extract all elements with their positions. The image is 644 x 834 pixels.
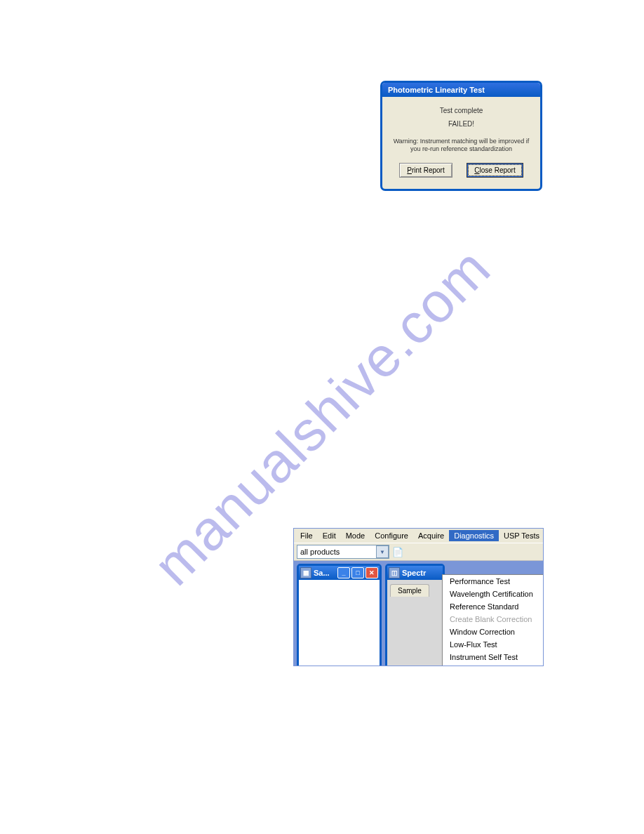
menu-item-low-flux-test[interactable]: Low-Flux Test — [443, 638, 544, 651]
menu-mode[interactable]: Mode — [341, 530, 370, 541]
child-titlebar[interactable]: ◫ Spectr — [387, 566, 443, 580]
menu-bar: File Edit Mode Configure Acquire Diagnos… — [294, 529, 543, 543]
menu-configure[interactable]: Configure — [370, 530, 413, 541]
samples-child-window: ▦ Sa... _ □ ✕ — [297, 564, 382, 666]
failed-text: FAILED! — [388, 120, 535, 128]
sample-tab[interactable]: Sample — [390, 584, 429, 597]
chart-icon: ◫ — [389, 567, 400, 578]
child-title: Sa... — [314, 569, 337, 577]
menu-diagnostics[interactable]: Diagnostics — [449, 530, 499, 541]
dialog-body: Test complete FAILED! Warning: Instrumen… — [382, 97, 540, 189]
test-complete-text: Test complete — [388, 107, 535, 114]
window-icon: ▦ — [300, 567, 311, 578]
menu-usp-tests[interactable]: USP Tests — [499, 530, 544, 541]
minimize-button[interactable]: _ — [337, 567, 350, 578]
child-titlebar[interactable]: ▦ Sa... _ □ ✕ — [299, 566, 380, 580]
dialog-titlebar[interactable]: Photometric Linearity Test — [382, 83, 540, 97]
close-button[interactable]: ✕ — [365, 567, 378, 578]
diagnostics-dropdown-menu: Performance Test▶ Wavelength Certificati… — [442, 574, 544, 666]
menu-item-create-blank-correction: Create Blank Correction — [443, 613, 544, 626]
menu-item-wavelength-linearization[interactable]: Wavelength Linearization — [443, 663, 544, 666]
products-dropdown[interactable]: all products ▼ — [297, 545, 389, 559]
new-document-icon[interactable]: 📄 — [392, 546, 403, 557]
spectra-child-window: ◫ Spectr Sample — [385, 564, 445, 666]
close-report-button[interactable]: Close Report — [467, 163, 523, 178]
menu-item-wavelength-certification[interactable]: Wavelength Certification▶ — [443, 588, 544, 600]
products-dropdown-value: all products — [297, 548, 376, 556]
child-body — [299, 580, 380, 663]
print-report-button[interactable]: Print Report — [399, 163, 452, 178]
menu-item-window-correction[interactable]: Window Correction▶ — [443, 626, 544, 638]
menu-acquire[interactable]: Acquire — [413, 530, 449, 541]
menu-item-performance-test[interactable]: Performance Test▶ — [443, 575, 544, 588]
menu-file[interactable]: File — [295, 530, 318, 541]
toolbar: all products ▼ 📄 — [294, 543, 543, 561]
warning-text: Warning: Instrument matching will be imp… — [392, 138, 530, 153]
menu-edit[interactable]: Edit — [318, 530, 341, 541]
child-body: Sample — [387, 580, 443, 666]
chevron-down-icon[interactable]: ▼ — [376, 545, 389, 558]
vision-app-window: File Edit Mode Configure Acquire Diagnos… — [293, 528, 544, 666]
maximize-button[interactable]: □ — [351, 567, 364, 578]
child-title: Spectr — [402, 569, 441, 577]
menu-item-reference-standard[interactable]: Reference Standard▶ — [443, 600, 544, 613]
linearity-test-dialog: Photometric Linearity Test Test complete… — [381, 81, 542, 190]
mdi-workarea: ▦ Sa... _ □ ✕ ◫ Spectr Sample Performanc… — [294, 561, 543, 666]
menu-item-instrument-self-test[interactable]: Instrument Self Test — [443, 651, 544, 663]
